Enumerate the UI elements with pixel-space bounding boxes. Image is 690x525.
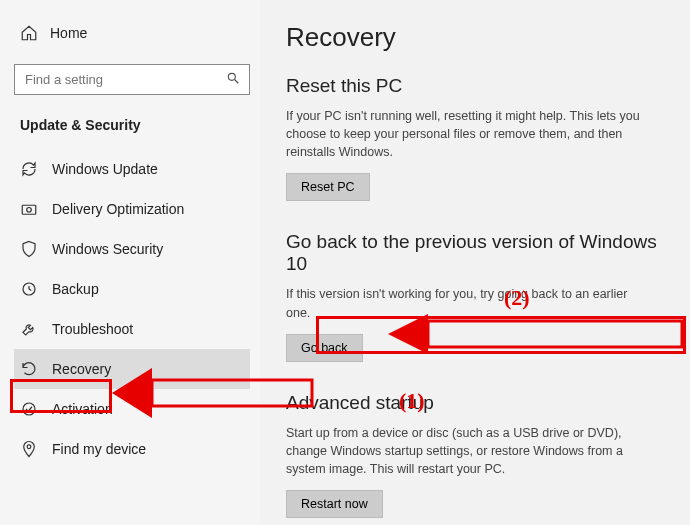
goback-heading: Go back to the previous version of Windo… — [286, 231, 664, 275]
reset-heading: Reset this PC — [286, 75, 664, 97]
advanced-body: Start up from a device or disc (such as … — [286, 424, 646, 478]
nav-backup[interactable]: Backup — [14, 269, 250, 309]
nav-troubleshoot[interactable]: Troubleshoot — [14, 309, 250, 349]
reset-pc-button[interactable]: Reset PC — [286, 173, 370, 201]
sync-icon — [20, 160, 38, 178]
goback-section: Go back to the previous version of Windo… — [286, 231, 664, 361]
nav-label: Find my device — [52, 441, 146, 457]
svg-point-6 — [27, 445, 31, 449]
nav-delivery-optimization[interactable]: Delivery Optimization — [14, 189, 250, 229]
svg-point-5 — [23, 403, 35, 415]
nav-label: Windows Update — [52, 161, 158, 177]
svg-rect-2 — [22, 205, 36, 214]
search-icon — [226, 71, 240, 89]
search-container — [14, 64, 250, 95]
page-title: Recovery — [286, 22, 664, 53]
nav-label: Recovery — [52, 361, 111, 377]
advanced-section: Advanced startup Start up from a device … — [286, 392, 664, 518]
backup-icon — [20, 280, 38, 298]
nav-label: Activation — [52, 401, 113, 417]
svg-point-0 — [228, 73, 235, 80]
nav-label: Backup — [52, 281, 99, 297]
svg-line-1 — [235, 79, 239, 83]
nav-label: Windows Security — [52, 241, 163, 257]
settings-sidebar: Home Update & Security Windows Update De… — [0, 0, 260, 525]
delivery-icon — [20, 200, 38, 218]
reset-body: If your PC isn't running well, resetting… — [286, 107, 646, 161]
shield-icon — [20, 240, 38, 258]
nav-label: Troubleshoot — [52, 321, 133, 337]
svg-point-3 — [27, 208, 32, 213]
section-label: Update & Security — [14, 117, 250, 133]
restart-now-button[interactable]: Restart now — [286, 490, 383, 518]
nav-label: Delivery Optimization — [52, 201, 184, 217]
nav-home-label: Home — [50, 25, 87, 41]
nav-find-my-device[interactable]: Find my device — [14, 429, 250, 469]
nav-windows-security[interactable]: Windows Security — [14, 229, 250, 269]
home-icon — [20, 24, 38, 42]
search-input[interactable] — [14, 64, 250, 95]
content-pane: Recovery Reset this PC If your PC isn't … — [260, 0, 690, 525]
goback-body: If this version isn't working for you, t… — [286, 285, 646, 321]
nav-activation[interactable]: Activation — [14, 389, 250, 429]
reset-section: Reset this PC If your PC isn't running w… — [286, 75, 664, 201]
nav-recovery[interactable]: Recovery — [14, 349, 250, 389]
location-icon — [20, 440, 38, 458]
recovery-icon — [20, 360, 38, 378]
advanced-heading: Advanced startup — [286, 392, 664, 414]
nav-home[interactable]: Home — [14, 18, 250, 48]
activation-icon — [20, 400, 38, 418]
go-back-button[interactable]: Go back — [286, 334, 363, 362]
wrench-icon — [20, 320, 38, 338]
nav-windows-update[interactable]: Windows Update — [14, 149, 250, 189]
